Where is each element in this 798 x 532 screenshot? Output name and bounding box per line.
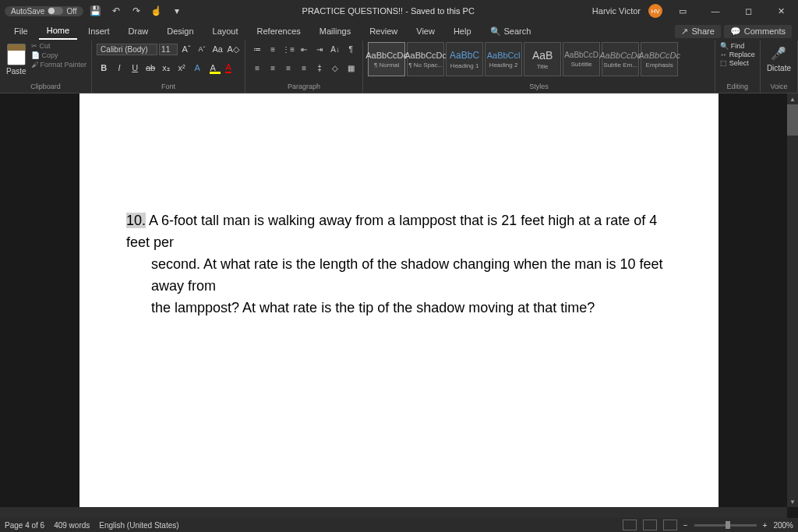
cut-button[interactable]: ✂Cut — [31, 42, 87, 50]
scroll-up-icon[interactable]: ▲ — [787, 93, 798, 104]
comments-button[interactable]: 💬 Comments — [724, 25, 792, 38]
page-indicator[interactable]: Page 4 of 6 — [5, 521, 44, 530]
copy-button[interactable]: 📄Copy — [31, 51, 87, 59]
increase-indent-button[interactable]: ⇥ — [312, 42, 327, 56]
format-painter-button[interactable]: 🖌Format Painter — [31, 61, 87, 69]
font-size-select[interactable] — [159, 44, 178, 55]
read-mode-button[interactable] — [623, 520, 637, 530]
customize-qat-icon[interactable]: ▾ — [169, 3, 185, 19]
bullets-button[interactable]: ≔ — [250, 42, 264, 56]
autosave-switch-icon — [48, 7, 63, 15]
style-box[interactable]: AaBbCcDSubtitle — [563, 42, 600, 76]
italic-button[interactable]: I — [112, 61, 126, 75]
font-name-select[interactable] — [97, 44, 157, 55]
document-page[interactable]: 10. A 6-foot tall man is walking away fr… — [79, 93, 719, 518]
tab-view[interactable]: View — [408, 23, 443, 39]
tab-insert[interactable]: Insert — [80, 23, 118, 39]
autosave-toggle[interactable]: AutoSave Off — [5, 6, 83, 16]
line-spacing-button[interactable]: ‡ — [312, 61, 327, 75]
style-box[interactable]: AaBTitle — [524, 42, 561, 76]
zoom-in-button[interactable]: + — [763, 521, 768, 530]
document-content[interactable]: 10. A 6-foot tall man is walking away fr… — [79, 93, 719, 350]
style-box[interactable]: AaBbCHeading 1 — [446, 42, 483, 76]
tab-help[interactable]: Help — [446, 23, 479, 39]
tab-review[interactable]: Review — [362, 23, 405, 39]
replace-button[interactable]: ↔Replace — [720, 51, 755, 58]
tab-layout[interactable]: Layout — [205, 23, 246, 39]
tab-design[interactable]: Design — [159, 23, 201, 39]
style-box[interactable]: AaBbCcDcEmphasis — [641, 42, 678, 76]
vertical-scrollbar[interactable]: ▲ ▼ — [787, 93, 798, 507]
scrollbar-thumb[interactable] — [787, 104, 798, 136]
decrease-indent-button[interactable]: ⇤ — [297, 42, 311, 56]
subscript-button[interactable]: x₂ — [159, 61, 173, 75]
language-indicator[interactable]: English (United States) — [99, 521, 178, 530]
bold-button[interactable]: B — [97, 61, 111, 75]
document-area: 10. A 6-foot tall man is walking away fr… — [0, 93, 798, 518]
paste-icon — [7, 44, 26, 65]
zoom-slider[interactable] — [694, 524, 757, 527]
zoom-out-button[interactable]: − — [683, 521, 688, 530]
redo-icon[interactable]: ↷ — [129, 3, 144, 19]
grow-font-button[interactable]: Aˆ — [179, 42, 193, 56]
close-icon[interactable]: ✕ — [768, 3, 793, 19]
shrink-font-button[interactable]: Aˇ — [195, 42, 209, 56]
select-button[interactable]: ⬚Select — [720, 59, 755, 67]
style-box[interactable]: AaBbCcDcSubtle Em... — [602, 42, 639, 76]
find-button[interactable]: 🔍Find — [720, 42, 755, 50]
dictate-label: Dictate — [767, 64, 791, 72]
superscript-button[interactable]: x² — [175, 61, 189, 75]
numbering-button[interactable]: ≡ — [266, 42, 280, 56]
borders-button[interactable]: ▦ — [344, 61, 358, 75]
horizontal-scrollbar[interactable] — [0, 507, 787, 518]
style-preview: AaBbCcDc — [365, 51, 408, 60]
undo-icon[interactable]: ↶ — [108, 3, 124, 19]
font-color-button[interactable]: A — [221, 61, 235, 75]
tab-draw[interactable]: Draw — [121, 23, 157, 39]
strike-button[interactable]: ab — [143, 61, 157, 75]
tab-file[interactable]: File — [6, 23, 36, 39]
tab-home[interactable]: Home — [39, 23, 77, 40]
save-icon[interactable]: 💾 — [88, 3, 104, 19]
align-left-button[interactable]: ≡ — [250, 61, 264, 75]
text-effects-button[interactable]: A — [190, 61, 204, 75]
tab-mailings[interactable]: Mailings — [312, 23, 358, 39]
share-button[interactable]: ↗ Share — [675, 25, 720, 38]
style-box[interactable]: AaBbCclHeading 2 — [485, 42, 522, 76]
style-box[interactable]: AaBbCcDc¶ Normal — [368, 42, 405, 76]
scroll-down-icon[interactable]: ▼ — [787, 496, 798, 507]
maximize-icon[interactable]: ◻ — [736, 3, 761, 19]
multilevel-button[interactable]: ⋮≡ — [281, 42, 295, 56]
zoom-level[interactable]: 200% — [773, 521, 793, 530]
ribbon-options-icon[interactable]: ▭ — [670, 3, 695, 19]
dictate-button[interactable]: 🎤 Dictate — [765, 42, 793, 74]
style-preview: AaB — [532, 49, 553, 62]
shading-button[interactable]: ◇ — [328, 61, 342, 75]
minimize-icon[interactable]: — — [703, 3, 728, 19]
style-preview: AaBbCcD — [564, 51, 598, 59]
word-count[interactable]: 409 words — [54, 521, 90, 530]
align-right-button[interactable]: ≡ — [281, 61, 295, 75]
align-center-button[interactable]: ≡ — [266, 61, 280, 75]
show-marks-button[interactable]: ¶ — [344, 42, 358, 56]
touch-mode-icon[interactable]: ☝ — [149, 3, 164, 19]
style-box[interactable]: AaBbCcDc¶ No Spac... — [407, 42, 444, 76]
comments-label: Comments — [744, 26, 786, 36]
style-name: Subtitle — [571, 61, 592, 68]
share-icon: ↗ — [681, 26, 688, 37]
justify-button[interactable]: ≡ — [297, 61, 311, 75]
web-layout-button[interactable] — [663, 520, 677, 530]
group-styles: AaBbCcDc¶ NormalAaBbCcDc¶ No Spac...AaBb… — [363, 41, 715, 93]
user-avatar[interactable]: HV — [648, 4, 662, 18]
change-case-button[interactable]: Aa — [210, 42, 224, 56]
tab-references[interactable]: References — [249, 23, 309, 39]
clear-format-button[interactable]: A◇ — [226, 42, 240, 56]
highlight-button[interactable]: A — [206, 61, 220, 75]
sort-button[interactable]: A↓ — [328, 42, 342, 56]
paste-button[interactable]: Paste — [5, 42, 28, 77]
style-name: Heading 2 — [489, 62, 517, 69]
autosave-state: Off — [66, 7, 76, 16]
search-button[interactable]: 🔍 Search — [490, 26, 531, 37]
underline-button[interactable]: U — [128, 61, 142, 75]
print-layout-button[interactable] — [643, 520, 657, 530]
